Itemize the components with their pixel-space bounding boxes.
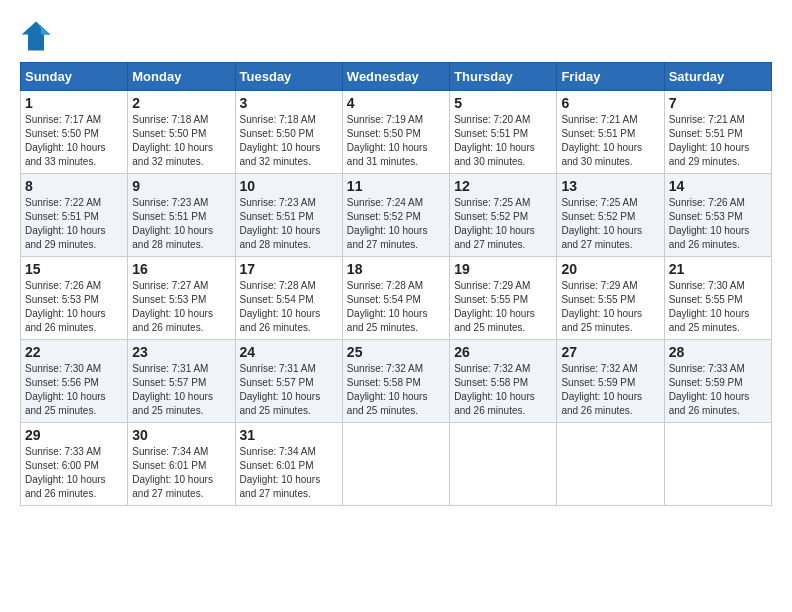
calendar-cell — [557, 423, 664, 506]
day-number: 23 — [132, 344, 230, 360]
day-info: Sunrise: 7:32 AM Sunset: 5:58 PM Dayligh… — [454, 362, 552, 418]
calendar-cell: 3Sunrise: 7:18 AM Sunset: 5:50 PM Daylig… — [235, 91, 342, 174]
calendar-cell: 19Sunrise: 7:29 AM Sunset: 5:55 PM Dayli… — [450, 257, 557, 340]
day-info: Sunrise: 7:26 AM Sunset: 5:53 PM Dayligh… — [25, 279, 123, 335]
day-number: 17 — [240, 261, 338, 277]
day-number: 18 — [347, 261, 445, 277]
day-info: Sunrise: 7:33 AM Sunset: 5:59 PM Dayligh… — [669, 362, 767, 418]
day-number: 19 — [454, 261, 552, 277]
day-info: Sunrise: 7:25 AM Sunset: 5:52 PM Dayligh… — [454, 196, 552, 252]
day-info: Sunrise: 7:27 AM Sunset: 5:53 PM Dayligh… — [132, 279, 230, 335]
day-number: 27 — [561, 344, 659, 360]
day-info: Sunrise: 7:26 AM Sunset: 5:53 PM Dayligh… — [669, 196, 767, 252]
day-number: 24 — [240, 344, 338, 360]
calendar-cell: 9Sunrise: 7:23 AM Sunset: 5:51 PM Daylig… — [128, 174, 235, 257]
page-header — [20, 20, 772, 52]
day-number: 31 — [240, 427, 338, 443]
calendar-week-row: 29Sunrise: 7:33 AM Sunset: 6:00 PM Dayli… — [21, 423, 772, 506]
day-info: Sunrise: 7:29 AM Sunset: 5:55 PM Dayligh… — [454, 279, 552, 335]
day-number: 8 — [25, 178, 123, 194]
day-info: Sunrise: 7:23 AM Sunset: 5:51 PM Dayligh… — [132, 196, 230, 252]
day-info: Sunrise: 7:22 AM Sunset: 5:51 PM Dayligh… — [25, 196, 123, 252]
day-info: Sunrise: 7:17 AM Sunset: 5:50 PM Dayligh… — [25, 113, 123, 169]
day-info: Sunrise: 7:28 AM Sunset: 5:54 PM Dayligh… — [240, 279, 338, 335]
day-number: 13 — [561, 178, 659, 194]
day-number: 30 — [132, 427, 230, 443]
day-info: Sunrise: 7:29 AM Sunset: 5:55 PM Dayligh… — [561, 279, 659, 335]
day-number: 20 — [561, 261, 659, 277]
day-number: 21 — [669, 261, 767, 277]
calendar-cell: 15Sunrise: 7:26 AM Sunset: 5:53 PM Dayli… — [21, 257, 128, 340]
calendar-cell: 25Sunrise: 7:32 AM Sunset: 5:58 PM Dayli… — [342, 340, 449, 423]
day-number: 29 — [25, 427, 123, 443]
calendar-cell — [450, 423, 557, 506]
day-number: 2 — [132, 95, 230, 111]
calendar-cell: 18Sunrise: 7:28 AM Sunset: 5:54 PM Dayli… — [342, 257, 449, 340]
weekday-header-sunday: Sunday — [21, 63, 128, 91]
calendar-week-row: 15Sunrise: 7:26 AM Sunset: 5:53 PM Dayli… — [21, 257, 772, 340]
calendar-cell: 5Sunrise: 7:20 AM Sunset: 5:51 PM Daylig… — [450, 91, 557, 174]
calendar-table: SundayMondayTuesdayWednesdayThursdayFrid… — [20, 62, 772, 506]
weekday-header-wednesday: Wednesday — [342, 63, 449, 91]
calendar-cell: 2Sunrise: 7:18 AM Sunset: 5:50 PM Daylig… — [128, 91, 235, 174]
weekday-header-thursday: Thursday — [450, 63, 557, 91]
calendar-week-row: 22Sunrise: 7:30 AM Sunset: 5:56 PM Dayli… — [21, 340, 772, 423]
day-info: Sunrise: 7:32 AM Sunset: 5:59 PM Dayligh… — [561, 362, 659, 418]
calendar-week-row: 1Sunrise: 7:17 AM Sunset: 5:50 PM Daylig… — [21, 91, 772, 174]
day-info: Sunrise: 7:32 AM Sunset: 5:58 PM Dayligh… — [347, 362, 445, 418]
logo — [20, 20, 56, 52]
day-number: 15 — [25, 261, 123, 277]
day-info: Sunrise: 7:18 AM Sunset: 5:50 PM Dayligh… — [132, 113, 230, 169]
calendar-cell — [664, 423, 771, 506]
day-info: Sunrise: 7:33 AM Sunset: 6:00 PM Dayligh… — [25, 445, 123, 501]
calendar-cell: 31Sunrise: 7:34 AM Sunset: 6:01 PM Dayli… — [235, 423, 342, 506]
calendar-cell: 20Sunrise: 7:29 AM Sunset: 5:55 PM Dayli… — [557, 257, 664, 340]
day-number: 7 — [669, 95, 767, 111]
day-number: 9 — [132, 178, 230, 194]
day-number: 1 — [25, 95, 123, 111]
calendar-cell: 14Sunrise: 7:26 AM Sunset: 5:53 PM Dayli… — [664, 174, 771, 257]
weekday-header-saturday: Saturday — [664, 63, 771, 91]
calendar-cell: 27Sunrise: 7:32 AM Sunset: 5:59 PM Dayli… — [557, 340, 664, 423]
day-number: 26 — [454, 344, 552, 360]
calendar-cell: 21Sunrise: 7:30 AM Sunset: 5:55 PM Dayli… — [664, 257, 771, 340]
calendar-cell: 29Sunrise: 7:33 AM Sunset: 6:00 PM Dayli… — [21, 423, 128, 506]
day-number: 25 — [347, 344, 445, 360]
day-number: 3 — [240, 95, 338, 111]
day-info: Sunrise: 7:30 AM Sunset: 5:55 PM Dayligh… — [669, 279, 767, 335]
day-info: Sunrise: 7:21 AM Sunset: 5:51 PM Dayligh… — [669, 113, 767, 169]
calendar-cell: 24Sunrise: 7:31 AM Sunset: 5:57 PM Dayli… — [235, 340, 342, 423]
day-info: Sunrise: 7:31 AM Sunset: 5:57 PM Dayligh… — [240, 362, 338, 418]
day-info: Sunrise: 7:20 AM Sunset: 5:51 PM Dayligh… — [454, 113, 552, 169]
weekday-header-friday: Friday — [557, 63, 664, 91]
calendar-cell: 30Sunrise: 7:34 AM Sunset: 6:01 PM Dayli… — [128, 423, 235, 506]
calendar-cell: 26Sunrise: 7:32 AM Sunset: 5:58 PM Dayli… — [450, 340, 557, 423]
day-info: Sunrise: 7:19 AM Sunset: 5:50 PM Dayligh… — [347, 113, 445, 169]
day-info: Sunrise: 7:24 AM Sunset: 5:52 PM Dayligh… — [347, 196, 445, 252]
day-number: 14 — [669, 178, 767, 194]
day-info: Sunrise: 7:18 AM Sunset: 5:50 PM Dayligh… — [240, 113, 338, 169]
calendar-cell: 8Sunrise: 7:22 AM Sunset: 5:51 PM Daylig… — [21, 174, 128, 257]
calendar-cell: 4Sunrise: 7:19 AM Sunset: 5:50 PM Daylig… — [342, 91, 449, 174]
day-number: 10 — [240, 178, 338, 194]
logo-icon — [20, 20, 52, 52]
day-info: Sunrise: 7:23 AM Sunset: 5:51 PM Dayligh… — [240, 196, 338, 252]
day-number: 11 — [347, 178, 445, 194]
day-number: 28 — [669, 344, 767, 360]
day-number: 6 — [561, 95, 659, 111]
day-number: 16 — [132, 261, 230, 277]
calendar-cell: 12Sunrise: 7:25 AM Sunset: 5:52 PM Dayli… — [450, 174, 557, 257]
calendar-cell: 11Sunrise: 7:24 AM Sunset: 5:52 PM Dayli… — [342, 174, 449, 257]
day-number: 4 — [347, 95, 445, 111]
calendar-cell — [342, 423, 449, 506]
calendar-header-row: SundayMondayTuesdayWednesdayThursdayFrid… — [21, 63, 772, 91]
calendar-cell: 22Sunrise: 7:30 AM Sunset: 5:56 PM Dayli… — [21, 340, 128, 423]
day-number: 5 — [454, 95, 552, 111]
calendar-cell: 6Sunrise: 7:21 AM Sunset: 5:51 PM Daylig… — [557, 91, 664, 174]
weekday-header-tuesday: Tuesday — [235, 63, 342, 91]
calendar-week-row: 8Sunrise: 7:22 AM Sunset: 5:51 PM Daylig… — [21, 174, 772, 257]
day-info: Sunrise: 7:28 AM Sunset: 5:54 PM Dayligh… — [347, 279, 445, 335]
calendar-cell: 28Sunrise: 7:33 AM Sunset: 5:59 PM Dayli… — [664, 340, 771, 423]
day-info: Sunrise: 7:25 AM Sunset: 5:52 PM Dayligh… — [561, 196, 659, 252]
calendar-cell: 10Sunrise: 7:23 AM Sunset: 5:51 PM Dayli… — [235, 174, 342, 257]
